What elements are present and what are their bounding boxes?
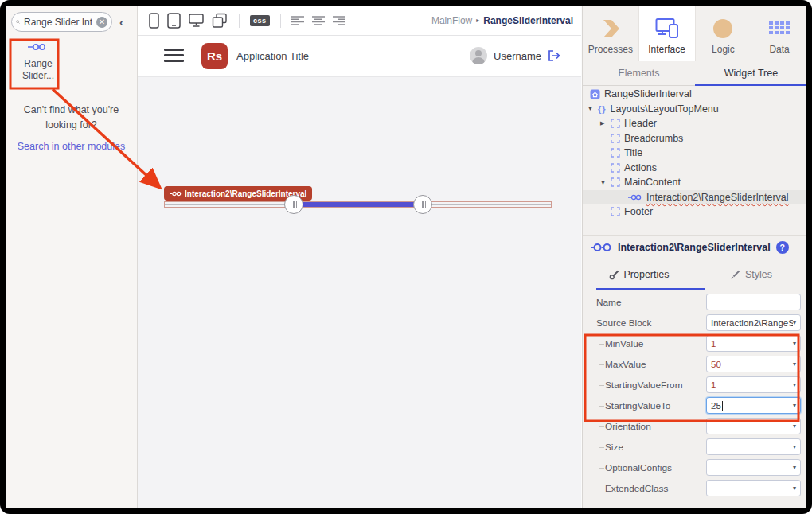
caret-down-icon[interactable]: ▼ bbox=[588, 106, 594, 111]
tree-connector bbox=[599, 356, 604, 365]
tree-item-breadcrumbs[interactable]: Breadcrumbs bbox=[583, 131, 806, 146]
app-logo[interactable]: Rs bbox=[201, 43, 228, 69]
tab-label: Interface bbox=[648, 44, 685, 55]
orientation-dropdown[interactable]: ▾ bbox=[706, 418, 801, 434]
optionalconfigs-dropdown[interactable]: ▾ bbox=[706, 459, 801, 476]
maxvalue-input[interactable]: 50▾ bbox=[706, 356, 801, 372]
menu-icon[interactable] bbox=[164, 49, 184, 65]
size-dropdown[interactable]: ▾ bbox=[706, 438, 801, 455]
slider-handle-from[interactable] bbox=[284, 195, 303, 214]
tree-item-screen[interactable]: RangeSliderInterval bbox=[583, 87, 806, 102]
breadcrumb-screen[interactable]: RangeSliderInterval bbox=[483, 15, 573, 26]
align-center-icon[interactable] bbox=[312, 16, 325, 25]
web-block-icon: {} bbox=[598, 104, 607, 114]
widget-tree: RangeSliderInterval ▼ {} Layouts\LayoutT… bbox=[583, 87, 806, 220]
wrench-icon bbox=[609, 270, 619, 280]
name-input[interactable] bbox=[706, 294, 801, 310]
dropdown-caret-icon[interactable]: ▾ bbox=[793, 340, 796, 347]
tree-item-rangesliderinterval[interactable]: Interaction2\RangeSliderInterval bbox=[583, 190, 806, 205]
range-slider-icon bbox=[591, 243, 612, 252]
tree-item-label: Actions bbox=[624, 162, 657, 173]
dropdown-caret-icon[interactable]: ▾ bbox=[793, 485, 796, 492]
property-label: Size bbox=[605, 442, 623, 453]
tablet-preview-icon[interactable] bbox=[167, 13, 181, 29]
tab-properties[interactable]: Properties bbox=[583, 259, 695, 290]
tree-item-label: RangeSliderInterval bbox=[604, 88, 692, 99]
dropdown-caret-icon[interactable]: ▾ bbox=[793, 422, 796, 430]
tree-item-label: Interaction2\RangeSliderInterval bbox=[646, 192, 789, 203]
tree-item-label: Footer bbox=[624, 206, 653, 217]
dropdown-caret-icon[interactable]: ▾ bbox=[793, 443, 796, 450]
tab-elements[interactable]: Elements bbox=[583, 61, 695, 85]
dropdown-caret-icon[interactable]: ▾ bbox=[793, 464, 796, 471]
caret-right-icon[interactable]: ▶ bbox=[600, 120, 607, 127]
breadcrumb-flow[interactable]: MainFlow bbox=[431, 15, 472, 26]
toolbar-divider bbox=[239, 14, 240, 28]
caret-down-icon[interactable]: ▼ bbox=[600, 180, 607, 185]
property-label: Name bbox=[596, 297, 621, 308]
tree-item-header[interactable]: ▶ Header bbox=[583, 116, 806, 131]
align-left-icon[interactable] bbox=[291, 16, 304, 25]
tab-label: Logic bbox=[712, 44, 735, 55]
tree-item-layout[interactable]: ▼ {} Layouts\LayoutTopMenu bbox=[583, 102, 806, 117]
property-row-minvalue: MinValue 1▾ bbox=[583, 333, 806, 354]
tab-data[interactable]: Data bbox=[751, 6, 806, 61]
toolbox-search[interactable]: ✕ bbox=[11, 12, 112, 32]
tab-logic[interactable]: Logic bbox=[696, 6, 752, 61]
property-row-startingvalueto: StartingValueTo 25▾ bbox=[583, 395, 806, 416]
source-block-dropdown[interactable]: Interaction2\RangeSlide▾ bbox=[706, 314, 801, 331]
tab-label: Properties bbox=[624, 269, 670, 280]
property-row-size: Size ▾ bbox=[583, 437, 806, 458]
startingvaluefrom-input[interactable]: 1▾ bbox=[706, 376, 801, 393]
tree-item-label: MainContent bbox=[624, 177, 681, 188]
property-row-maxvalue: MaxValue 50▾ bbox=[583, 354, 806, 375]
minvalue-input[interactable]: 1▾ bbox=[706, 335, 801, 352]
not-found-text: Can't find what you're looking for? bbox=[10, 103, 132, 133]
layer-tabs: Processes Interface Logic bbox=[583, 6, 806, 61]
startingvalueto-input[interactable]: 25▾ bbox=[706, 397, 801, 414]
phone-preview-icon[interactable] bbox=[149, 13, 159, 29]
dropdown-caret-icon[interactable]: ▾ bbox=[793, 319, 796, 326]
interface-icon bbox=[655, 18, 679, 39]
extendedclass-dropdown[interactable]: ▾ bbox=[706, 480, 801, 496]
dropdown-caret-icon[interactable]: ▾ bbox=[793, 402, 796, 409]
dropdown-caret-icon[interactable]: ▾ bbox=[793, 360, 796, 368]
desktop-preview-icon[interactable] bbox=[189, 13, 204, 28]
tree-item-actions[interactable]: Actions bbox=[583, 161, 806, 176]
toolbox-panel: ✕ ‹ Range Slider... Can't find what you'… bbox=[6, 6, 138, 508]
tree-item-label: Breadcrumbs bbox=[624, 133, 683, 144]
property-row-extendedclass: ExtendedClass ▾ bbox=[583, 478, 806, 499]
breadcrumb: MainFlow ▸ RangeSliderInterval bbox=[431, 15, 573, 26]
help-icon[interactable]: ? bbox=[776, 241, 789, 254]
property-label: Orientation bbox=[605, 421, 651, 432]
tab-interface[interactable]: Interface bbox=[639, 6, 696, 61]
clear-search-icon[interactable]: ✕ bbox=[96, 17, 107, 28]
rotate-device-icon[interactable] bbox=[212, 13, 228, 29]
processes-icon bbox=[599, 18, 622, 39]
user-area: Username bbox=[470, 47, 560, 64]
slider-handle-to[interactable] bbox=[413, 195, 432, 214]
preview-app-header: Rs Application Title Username bbox=[138, 36, 581, 77]
collapse-panel-button[interactable]: ‹ bbox=[119, 15, 123, 29]
data-icon bbox=[769, 21, 790, 39]
property-label: StartingValueTo bbox=[605, 400, 670, 411]
css-editor-button[interactable]: css bbox=[250, 15, 270, 26]
tree-connector bbox=[599, 418, 604, 427]
toolbox-item-range-slider[interactable]: Range Slider... bbox=[14, 42, 63, 82]
dropdown-caret-icon[interactable]: ▾ bbox=[793, 381, 796, 388]
logout-icon[interactable] bbox=[548, 50, 560, 61]
tree-item-maincontent[interactable]: ▼ MainContent bbox=[583, 175, 806, 190]
tab-widget-tree[interactable]: Widget Tree bbox=[695, 61, 806, 85]
tree-item-title[interactable]: Title bbox=[583, 146, 806, 161]
tab-processes[interactable]: Processes bbox=[583, 6, 639, 61]
placeholder-icon bbox=[611, 134, 620, 143]
tree-item-footer[interactable]: Footer bbox=[583, 204, 806, 220]
search-input[interactable] bbox=[22, 16, 94, 29]
property-label: StartingValueFrom bbox=[605, 380, 682, 391]
slider-range-bar[interactable] bbox=[294, 202, 423, 207]
tab-styles[interactable]: Styles bbox=[695, 259, 806, 290]
align-right-icon[interactable] bbox=[333, 16, 345, 25]
property-row-source-block: Source Block Interaction2\RangeSlide▾ bbox=[583, 313, 806, 333]
range-slider-widget[interactable]: Interaction2\RangeSliderInterval bbox=[164, 186, 552, 221]
search-other-modules-link[interactable]: Search in other modules bbox=[10, 139, 132, 154]
